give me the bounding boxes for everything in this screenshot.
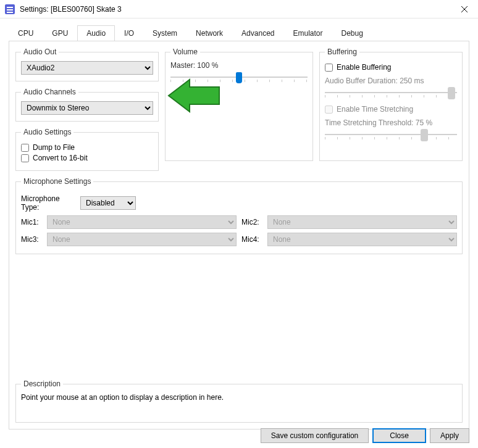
buffering-legend: Buffering — [325, 48, 359, 56]
audio-settings-legend: Audio Settings — [21, 128, 73, 136]
microphone-legend: Microphone Settings — [21, 177, 93, 186]
mic1-label: Mic1: — [21, 218, 42, 226]
master-volume-thumb[interactable] — [236, 72, 242, 83]
audio-out-legend: Audio Out — [21, 48, 59, 56]
audio-channels-select[interactable]: Downmix to Stereo — [21, 101, 153, 115]
tabbar: CPU GPU Audio I/O System Network Advance… — [9, 25, 469, 41]
mic4-select: None — [267, 233, 457, 246]
convert-16bit-checkbox[interactable] — [21, 154, 29, 162]
buffer-duration-thumb[interactable] — [448, 87, 455, 99]
description-text: Point your mouse at an option to display… — [21, 393, 457, 402]
close-button[interactable]: Close — [372, 428, 426, 443]
tab-system[interactable]: System — [143, 25, 187, 41]
dialog-buttons: Save custom configuration Close Apply — [261, 428, 469, 443]
dump-to-file-label: Dump to File — [33, 143, 75, 152]
audio-channels-group: Audio Channels Downmix to Stereo — [15, 88, 159, 122]
time-stretch-checkbox — [325, 106, 333, 114]
audio-out-group: Audio Out XAudio2 — [15, 48, 159, 81]
dump-to-file-row[interactable]: Dump to File — [21, 143, 153, 152]
buffer-duration-label: Audio Buffer Duration: 250 ms — [325, 77, 457, 85]
microphone-group: Microphone Settings Microphone Type: Dis… — [15, 177, 463, 254]
close-window-button[interactable] — [450, 0, 478, 19]
buffer-duration-slider[interactable] — [325, 86, 457, 99]
master-volume-label: Master: 100 % — [170, 61, 308, 70]
volume-legend: Volume — [170, 48, 200, 56]
tab-emulator[interactable]: Emulator — [283, 25, 332, 41]
buffering-group: Buffering Enable Buffering Audio Buffer … — [319, 48, 463, 161]
stretch-threshold-thumb — [421, 129, 428, 141]
convert-16bit-label: Convert to 16-bit — [33, 154, 88, 162]
stretch-threshold-label: Time Stretching Threshold: 75 % — [325, 118, 457, 127]
audio-out-select[interactable]: XAudio2 — [21, 61, 153, 75]
time-stretch-row: Enable Time Stretching — [325, 105, 457, 114]
enable-buffering-row[interactable]: Enable Buffering — [325, 63, 457, 72]
enable-buffering-checkbox[interactable] — [325, 64, 333, 72]
mic1-select: None — [47, 215, 237, 229]
mic-type-label: Microphone Type: — [21, 194, 77, 212]
close-icon — [461, 6, 468, 12]
mic2-select: None — [267, 215, 457, 229]
description-group: Description Point your mouse at an optio… — [15, 380, 463, 423]
save-config-button[interactable]: Save custom configuration — [261, 428, 369, 443]
tab-network[interactable]: Network — [187, 25, 232, 41]
stretch-threshold-slider — [325, 128, 457, 141]
tab-gpu[interactable]: GPU — [43, 25, 77, 41]
dump-to-file-checkbox[interactable] — [21, 144, 29, 152]
tab-cpu[interactable]: CPU — [9, 25, 43, 41]
mic4-label: Mic4: — [241, 235, 262, 244]
master-volume-slider[interactable] — [170, 71, 308, 83]
tab-content-audio: Audio Out XAudio2 Audio Channels Downmix… — [9, 41, 469, 429]
mic3-select: None — [47, 233, 237, 246]
mic-type-select[interactable]: Disabled — [80, 196, 136, 210]
tab-debug[interactable]: Debug — [332, 25, 372, 41]
tab-io[interactable]: I/O — [115, 25, 143, 41]
app-icon — [5, 4, 15, 14]
time-stretch-label: Enable Time Stretching — [337, 105, 413, 114]
titlebar: Settings: [BLES00760] Skate 3 — [0, 0, 478, 19]
description-legend: Description — [21, 380, 63, 388]
mic3-label: Mic3: — [21, 235, 42, 244]
apply-button[interactable]: Apply — [430, 428, 469, 443]
audio-channels-legend: Audio Channels — [21, 88, 78, 96]
convert-16bit-row[interactable]: Convert to 16-bit — [21, 154, 153, 162]
volume-group: Volume Master: 100 % — [165, 48, 313, 161]
mic2-label: Mic2: — [241, 218, 262, 226]
tab-audio[interactable]: Audio — [77, 25, 115, 41]
window-title: Settings: [BLES00760] Skate 3 — [20, 5, 450, 14]
tab-advanced[interactable]: Advanced — [232, 25, 283, 41]
enable-buffering-label: Enable Buffering — [337, 63, 392, 72]
audio-settings-group: Audio Settings Dump to File Convert to 1… — [15, 128, 159, 171]
